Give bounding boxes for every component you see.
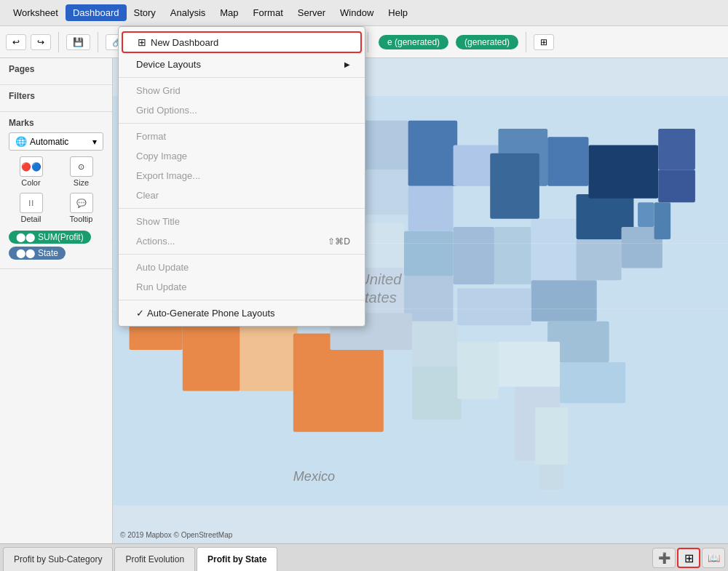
tab-profit-sub-category-label: Profit by Sub-Category: [14, 554, 102, 564]
svg-rect-38: [499, 342, 561, 387]
new-dashboard-tab-button[interactable]: ⊞: [677, 548, 700, 568]
show-grid-label: Show Grid: [136, 85, 181, 96]
marks-section: Marks 🌐 Automatic ▾ 🔴🔵 Color ⊙ Size: [0, 112, 112, 269]
menu-auto-generate-phone[interactable]: ✓ Auto-Generate Phone Layouts: [119, 303, 365, 323]
sum-profit-pill[interactable]: ⬤⬤ SUM(Profit): [9, 231, 91, 244]
svg-rect-35: [531, 280, 597, 321]
state-pill[interactable]: ⬤⬤ State: [9, 247, 66, 260]
checkmark-icon: ✓: [136, 308, 144, 319]
svg-rect-26: [547, 137, 588, 186]
menu-actions: Actions... ⇧⌘D: [119, 231, 365, 251]
filters-section: Filters: [0, 85, 112, 112]
globe-icon: 🌐: [15, 136, 27, 147]
menu-device-layouts[interactable]: Device Layouts ▶: [119, 55, 365, 74]
svg-rect-30: [490, 153, 539, 219]
save-button[interactable]: 💾: [66, 34, 90, 50]
marks-grid: 🔴🔵 Color ⊙ Size ⁞⁞ Detail: [9, 156, 103, 223]
new-dashboard-icon: ⊞: [138, 36, 146, 48]
menu-item-server[interactable]: Server: [290, 4, 333, 21]
show-title-label: Show Title: [136, 216, 180, 227]
menu-auto-update: Auto Update: [119, 257, 365, 277]
menu-grid-options: Grid Options...: [119, 100, 365, 120]
detail-icon: ⁞⁞: [28, 199, 34, 208]
automatic-select[interactable]: 🌐 Automatic ▾: [9, 132, 103, 151]
svg-rect-40: [412, 322, 457, 367]
tab-profit-sub-category[interactable]: Profit by Sub-Category: [3, 547, 113, 571]
new-story-icon: 📖: [708, 552, 720, 564]
run-update-label: Run Update: [136, 281, 186, 292]
color-icon-box: 🔴🔵: [20, 156, 43, 177]
svg-rect-16: [408, 121, 458, 186]
menu-clear: Clear: [119, 185, 365, 205]
dashboard-options-button[interactable]: ⊞: [534, 34, 554, 50]
export-image-label: Export Image...: [136, 170, 200, 181]
svg-rect-10: [240, 325, 298, 391]
menu-item-analysis[interactable]: Analysis: [163, 4, 213, 21]
svg-rect-48: [535, 407, 568, 465]
menu-item-window[interactable]: Window: [333, 4, 381, 21]
redo-button[interactable]: ↪: [31, 34, 51, 50]
add-sheet-icon: ➕: [658, 552, 670, 564]
menu-bar: Worksheet Dashboard Story Analysis Map F…: [0, 0, 728, 26]
tooltip-icon: 💬: [76, 199, 87, 208]
dashboard-dropdown-menu: ⊞ New Dashboard Device Layouts ▶ Show Gr…: [118, 26, 365, 327]
svg-rect-47: [654, 202, 671, 239]
svg-rect-29: [531, 219, 577, 281]
map-attribution: © 2019 Mapbox © OpenStreetMap: [120, 531, 232, 539]
marks-size[interactable]: ⊙ Size: [59, 156, 103, 187]
generated-pill-2: (generated): [456, 35, 518, 49]
svg-rect-17: [408, 186, 454, 231]
marks-color[interactable]: 🔴🔵 Color: [9, 156, 53, 187]
sidebar: Pages Filters Marks 🌐 Automatic ▾ 🔴🔵 Col…: [0, 58, 113, 543]
svg-rect-46: [638, 202, 654, 227]
color-label: Color: [21, 178, 40, 187]
menu-show-grid: Show Grid: [119, 81, 365, 100]
menu-item-worksheet[interactable]: Worksheet: [6, 4, 66, 21]
tab-profit-by-state[interactable]: Profit by State: [197, 547, 277, 571]
menu-item-help[interactable]: Help: [381, 4, 415, 21]
pages-section: Pages: [0, 58, 112, 85]
menu-new-dashboard[interactable]: ⊞ New Dashboard: [122, 31, 362, 53]
sep-5: [119, 300, 365, 300]
tooltip-label: Tooltip: [70, 215, 93, 223]
menu-format: Format: [119, 127, 365, 146]
svg-rect-42: [457, 342, 498, 399]
marks-tooltip[interactable]: 💬 Tooltip: [59, 193, 103, 223]
device-layouts-label: Device Layouts: [136, 59, 201, 70]
menu-item-story[interactable]: Story: [127, 4, 163, 21]
tooltip-icon-box: 💬: [70, 193, 93, 213]
undo-button[interactable]: ↩: [6, 34, 26, 50]
svg-rect-33: [658, 129, 695, 169]
svg-rect-19: [404, 231, 454, 276]
tab-profit-by-state-label: Profit by State: [207, 554, 266, 564]
detail-label: Detail: [20, 215, 41, 223]
menu-copy-image: Copy Image: [119, 146, 365, 166]
size-icon: ⊙: [78, 162, 84, 172]
toolbar-sep-7: [368, 32, 368, 52]
submenu-arrow-icon: ▶: [344, 60, 350, 68]
actions-label: Actions...: [136, 236, 175, 247]
svg-rect-43: [457, 289, 531, 326]
tab-profit-evolution[interactable]: Profit Evolution: [114, 547, 195, 571]
menu-item-dashboard[interactable]: Dashboard: [66, 4, 127, 21]
marks-detail[interactable]: ⁞⁞ Detail: [9, 193, 53, 223]
auto-update-label: Auto Update: [136, 262, 189, 273]
clear-label: Clear: [136, 190, 159, 201]
svg-rect-49: [539, 465, 564, 490]
menu-item-map[interactable]: Map: [213, 4, 245, 21]
add-sheet-button[interactable]: ➕: [652, 548, 676, 568]
tab-spacer: [279, 544, 651, 571]
sep-3: [119, 208, 365, 209]
svg-rect-44: [577, 239, 622, 280]
dropdown-arrow-icon: ▾: [92, 137, 97, 147]
sum-profit-label: SUM(Profit): [38, 232, 84, 242]
detail-icon-box: ⁞⁞: [20, 193, 43, 213]
generated-pill-1: e (generated): [379, 35, 448, 49]
filters-title: Filters: [9, 91, 103, 101]
new-story-button[interactable]: 📖: [702, 548, 725, 568]
tab-profit-evolution-label: Profit Evolution: [125, 554, 184, 564]
auto-generate-label: Auto-Generate Phone Layouts: [147, 308, 275, 319]
menu-item-format[interactable]: Format: [246, 4, 290, 21]
automatic-label: Automatic: [30, 137, 68, 147]
tab-bar: Profit by Sub-Category Profit Evolution …: [0, 543, 728, 571]
